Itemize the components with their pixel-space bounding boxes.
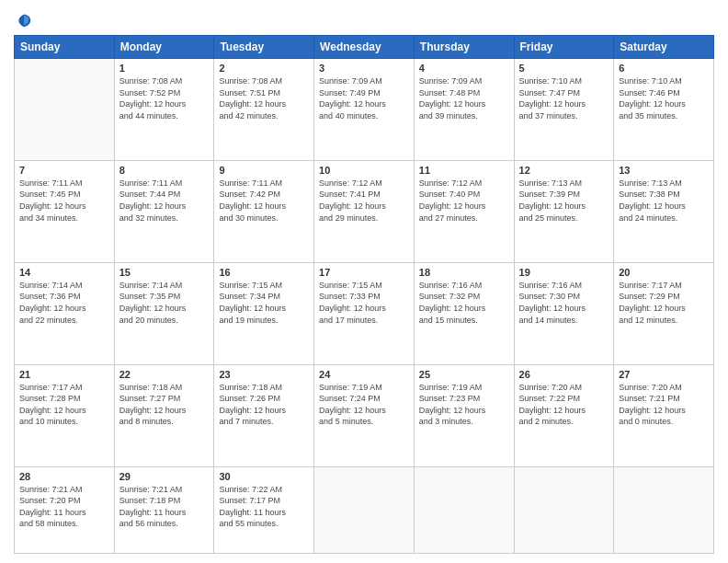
- week-row-3: 14Sunrise: 7:14 AM Sunset: 7:36 PM Dayli…: [15, 262, 714, 364]
- day-number: 19: [519, 267, 609, 278]
- calendar-cell: 16Sunrise: 7:15 AM Sunset: 7:34 PM Dayli…: [214, 262, 314, 364]
- calendar-table: SundayMondayTuesdayWednesdayThursdayFrid…: [14, 35, 714, 554]
- day-number: 27: [619, 369, 709, 380]
- day-info: Sunrise: 7:11 AM Sunset: 7:45 PM Dayligh…: [19, 178, 109, 224]
- day-number: 29: [119, 471, 210, 482]
- calendar-cell: 28Sunrise: 7:21 AM Sunset: 7:20 PM Dayli…: [15, 466, 115, 554]
- day-number: 23: [219, 369, 309, 380]
- day-info: Sunrise: 7:15 AM Sunset: 7:34 PM Dayligh…: [219, 280, 309, 326]
- day-number: 9: [219, 165, 309, 176]
- day-number: 11: [419, 165, 509, 176]
- day-info: Sunrise: 7:19 AM Sunset: 7:24 PM Dayligh…: [319, 382, 409, 428]
- day-number: 25: [419, 369, 509, 380]
- day-number: 10: [319, 165, 409, 176]
- day-number: 3: [319, 63, 409, 74]
- day-info: Sunrise: 7:22 AM Sunset: 7:17 PM Dayligh…: [219, 484, 309, 530]
- day-info: Sunrise: 7:13 AM Sunset: 7:39 PM Dayligh…: [519, 178, 609, 224]
- logo: [14, 13, 32, 29]
- day-info: Sunrise: 7:10 AM Sunset: 7:46 PM Dayligh…: [619, 75, 709, 121]
- day-number: 14: [19, 267, 109, 278]
- day-number: 2: [219, 63, 309, 74]
- weekday-header-tuesday: Tuesday: [214, 36, 314, 59]
- day-info: Sunrise: 7:08 AM Sunset: 7:51 PM Dayligh…: [219, 75, 309, 121]
- day-info: Sunrise: 7:09 AM Sunset: 7:49 PM Dayligh…: [319, 75, 409, 121]
- calendar-cell: 20Sunrise: 7:17 AM Sunset: 7:29 PM Dayli…: [614, 262, 714, 364]
- day-number: 15: [119, 267, 210, 278]
- day-number: 21: [19, 369, 109, 380]
- calendar-cell: [514, 466, 614, 554]
- day-info: Sunrise: 7:19 AM Sunset: 7:23 PM Dayligh…: [419, 382, 509, 428]
- page: SundayMondayTuesdayWednesdayThursdayFrid…: [0, 0, 728, 563]
- day-info: Sunrise: 7:14 AM Sunset: 7:36 PM Dayligh…: [19, 280, 109, 326]
- day-info: Sunrise: 7:17 AM Sunset: 7:29 PM Dayligh…: [619, 280, 709, 326]
- weekday-header-thursday: Thursday: [414, 36, 514, 59]
- day-number: 8: [119, 165, 210, 176]
- calendar-cell: [614, 466, 714, 554]
- day-number: 5: [519, 63, 609, 74]
- week-row-5: 28Sunrise: 7:21 AM Sunset: 7:20 PM Dayli…: [15, 466, 714, 554]
- day-number: 17: [319, 267, 409, 278]
- day-number: 20: [619, 267, 709, 278]
- calendar-cell: 1Sunrise: 7:08 AM Sunset: 7:52 PM Daylig…: [114, 59, 214, 161]
- day-number: 16: [219, 267, 309, 278]
- day-info: Sunrise: 7:20 AM Sunset: 7:22 PM Dayligh…: [519, 382, 609, 428]
- day-info: Sunrise: 7:11 AM Sunset: 7:44 PM Dayligh…: [119, 178, 210, 224]
- calendar-cell: 27Sunrise: 7:20 AM Sunset: 7:21 PM Dayli…: [614, 364, 714, 466]
- week-row-2: 7Sunrise: 7:11 AM Sunset: 7:45 PM Daylig…: [15, 160, 714, 262]
- day-number: 30: [219, 471, 309, 482]
- weekday-header-monday: Monday: [114, 36, 214, 59]
- week-row-4: 21Sunrise: 7:17 AM Sunset: 7:28 PM Dayli…: [15, 364, 714, 466]
- weekday-header-row: SundayMondayTuesdayWednesdayThursdayFrid…: [15, 36, 714, 59]
- day-number: 28: [19, 471, 109, 482]
- day-number: 1: [119, 63, 210, 74]
- logo-bird-icon: [16, 13, 32, 29]
- calendar-cell: 18Sunrise: 7:16 AM Sunset: 7:32 PM Dayli…: [414, 262, 514, 364]
- day-number: 4: [419, 63, 509, 74]
- calendar-cell: 21Sunrise: 7:17 AM Sunset: 7:28 PM Dayli…: [15, 364, 115, 466]
- day-info: Sunrise: 7:10 AM Sunset: 7:47 PM Dayligh…: [519, 75, 609, 121]
- day-info: Sunrise: 7:21 AM Sunset: 7:18 PM Dayligh…: [119, 484, 210, 530]
- day-info: Sunrise: 7:14 AM Sunset: 7:35 PM Dayligh…: [119, 280, 210, 326]
- calendar-cell: 13Sunrise: 7:13 AM Sunset: 7:38 PM Dayli…: [614, 160, 714, 262]
- day-number: 13: [619, 165, 709, 176]
- calendar-cell: 15Sunrise: 7:14 AM Sunset: 7:35 PM Dayli…: [114, 262, 214, 364]
- day-number: 24: [319, 369, 409, 380]
- day-info: Sunrise: 7:15 AM Sunset: 7:33 PM Dayligh…: [319, 280, 409, 326]
- day-info: Sunrise: 7:08 AM Sunset: 7:52 PM Dayligh…: [119, 75, 210, 121]
- calendar-cell: 10Sunrise: 7:12 AM Sunset: 7:41 PM Dayli…: [314, 160, 415, 262]
- day-info: Sunrise: 7:12 AM Sunset: 7:40 PM Dayligh…: [419, 178, 509, 224]
- calendar-cell: 12Sunrise: 7:13 AM Sunset: 7:39 PM Dayli…: [514, 160, 614, 262]
- day-info: Sunrise: 7:17 AM Sunset: 7:28 PM Dayligh…: [19, 382, 109, 428]
- day-number: 18: [419, 267, 509, 278]
- calendar-cell: 24Sunrise: 7:19 AM Sunset: 7:24 PM Dayli…: [314, 364, 415, 466]
- weekday-header-sunday: Sunday: [15, 36, 115, 59]
- day-info: Sunrise: 7:18 AM Sunset: 7:27 PM Dayligh…: [119, 382, 210, 428]
- day-info: Sunrise: 7:09 AM Sunset: 7:48 PM Dayligh…: [419, 75, 509, 121]
- header: [14, 9, 714, 29]
- weekday-header-wednesday: Wednesday: [314, 36, 415, 59]
- calendar-cell: 4Sunrise: 7:09 AM Sunset: 7:48 PM Daylig…: [414, 59, 514, 161]
- week-row-1: 1Sunrise: 7:08 AM Sunset: 7:52 PM Daylig…: [15, 59, 714, 161]
- calendar-cell: 29Sunrise: 7:21 AM Sunset: 7:18 PM Dayli…: [114, 466, 214, 554]
- calendar-cell: 2Sunrise: 7:08 AM Sunset: 7:51 PM Daylig…: [214, 59, 314, 161]
- day-info: Sunrise: 7:21 AM Sunset: 7:20 PM Dayligh…: [19, 484, 109, 530]
- day-number: 22: [119, 369, 210, 380]
- day-info: Sunrise: 7:11 AM Sunset: 7:42 PM Dayligh…: [219, 178, 309, 224]
- day-info: Sunrise: 7:16 AM Sunset: 7:32 PM Dayligh…: [419, 280, 509, 326]
- calendar-cell: 23Sunrise: 7:18 AM Sunset: 7:26 PM Dayli…: [214, 364, 314, 466]
- day-info: Sunrise: 7:12 AM Sunset: 7:41 PM Dayligh…: [319, 178, 409, 224]
- calendar-cell: 9Sunrise: 7:11 AM Sunset: 7:42 PM Daylig…: [214, 160, 314, 262]
- calendar-cell: [15, 59, 115, 161]
- calendar-cell: 17Sunrise: 7:15 AM Sunset: 7:33 PM Dayli…: [314, 262, 415, 364]
- day-number: 6: [619, 63, 709, 74]
- calendar-cell: 5Sunrise: 7:10 AM Sunset: 7:47 PM Daylig…: [514, 59, 614, 161]
- calendar-cell: 19Sunrise: 7:16 AM Sunset: 7:30 PM Dayli…: [514, 262, 614, 364]
- day-number: 7: [19, 165, 109, 176]
- calendar-cell: 11Sunrise: 7:12 AM Sunset: 7:40 PM Dayli…: [414, 160, 514, 262]
- calendar-cell: 6Sunrise: 7:10 AM Sunset: 7:46 PM Daylig…: [614, 59, 714, 161]
- calendar-cell: 22Sunrise: 7:18 AM Sunset: 7:27 PM Dayli…: [114, 364, 214, 466]
- day-info: Sunrise: 7:20 AM Sunset: 7:21 PM Dayligh…: [619, 382, 709, 428]
- calendar-cell: [414, 466, 514, 554]
- day-info: Sunrise: 7:16 AM Sunset: 7:30 PM Dayligh…: [519, 280, 609, 326]
- calendar-cell: 14Sunrise: 7:14 AM Sunset: 7:36 PM Dayli…: [15, 262, 115, 364]
